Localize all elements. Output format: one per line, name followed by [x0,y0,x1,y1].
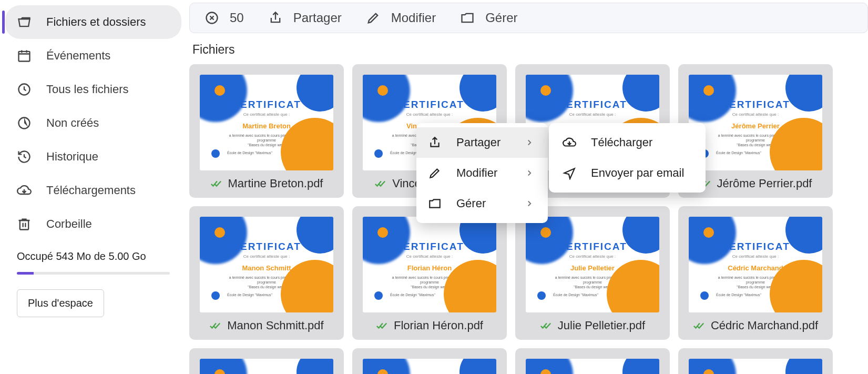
cert-desc: a terminé avec succès le cours pratique … [200,133,333,147]
cert-foot-left: École de Design "Maximus" [716,293,761,297]
cert-title: CERTIFICAT [363,99,496,110]
file-thumbnail: CERTIFICAT Ce certificat atteste que : a… [689,359,822,374]
chevron-right-icon [525,138,534,147]
file-card[interactable]: CERTIFICAT Ce certificat atteste que : a… [189,348,344,374]
ctx-label: Partager [456,136,510,149]
ctx-download[interactable]: Télécharger [549,127,706,158]
file-thumbnail: CERTIFICAT Ce certificat atteste que : F… [363,217,496,312]
sidebar-item-label: Tous les fichiers [46,83,129,96]
download-cloud-icon [563,136,576,149]
ctx-manage[interactable]: Gérer [416,188,548,219]
selection-clear[interactable]: 50 [205,11,244,25]
sidebar-item-history[interactable]: Historique [5,140,181,174]
cert-foot-left: École de Design "Maximus" [227,151,272,155]
file-card[interactable]: CERTIFICAT Ce certificat atteste que : J… [515,206,670,340]
cert-subtitle: Ce certificat atteste que : [200,254,333,259]
cert-foot-right: Chef de projet [283,151,306,155]
chevron-right-icon [525,199,534,208]
ctx-email[interactable]: Envoyer par email [549,158,706,188]
sidebar-item-label: Téléchargements [46,184,136,197]
file-thumbnail: CERTIFICAT Ce certificat atteste que : M… [200,217,333,312]
svg-rect-0 [19,52,30,62]
pencil-icon [428,166,442,180]
ctx-edit[interactable]: Modifier [416,158,548,188]
sidebar-item-files-folders[interactable]: Fichiers et dossiers [5,5,181,39]
file-thumbnail: CERTIFICAT Ce certificat atteste que : a… [363,359,496,374]
ctx-share[interactable]: Partager [416,127,548,158]
ctx-label: Envoyer par email [591,166,692,180]
toolbar-share[interactable]: Partager [268,11,342,25]
file-name: Jérôme Perrier.pdf [717,177,812,190]
cert-foot-left: École de Design "Maximus" [227,293,272,297]
file-thumbnail: CERTIFICAT Ce certificat atteste que : a… [526,359,659,374]
sidebar-item-all-files[interactable]: Tous les fichiers [5,73,181,106]
pencil-icon [366,11,381,25]
cert-desc: a terminé avec succès le cours pratique … [363,275,496,289]
sidebar-item-trash[interactable]: Corbeille [5,207,181,241]
file-thumbnail: CERTIFICAT Ce certificat atteste que : M… [200,75,333,170]
file-card[interactable]: CERTIFICAT Ce certificat atteste que : a… [678,348,833,374]
cert-desc: a terminé avec succès le cours pratique … [200,275,333,289]
cert-title: CERTIFICAT [200,99,333,110]
context-menu: Partager Modifier Gérer [416,123,548,223]
storage-text: Occupé 543 Mo de 5.00 Go [17,250,170,262]
file-card[interactable]: CERTIFICAT Ce certificat atteste que : M… [189,64,344,198]
sidebar-item-label: Événements [46,49,110,63]
cert-subtitle: Ce certificat atteste que : [363,112,496,117]
cert-title: CERTIFICAT [363,241,496,252]
cert-title: CERTIFICAT [526,241,659,252]
chevron-right-icon [525,168,534,178]
storage-section: Occupé 543 Mo de 5.00 Go Plus d'espace [5,241,181,317]
share-icon [428,136,442,149]
pie-icon [17,116,32,130]
file-name: Cédric Marchand.pdf [711,319,818,332]
toolbar: 50 Partager Modifier Gérer [189,3,868,33]
file-thumbnail: CERTIFICAT Ce certificat atteste que : C… [689,217,822,312]
double-check-icon [209,320,221,331]
cert-subtitle: Ce certificat atteste que : [200,112,333,117]
cert-subtitle: Ce certificat atteste que : [689,254,822,259]
file-card[interactable]: CERTIFICAT Ce certificat atteste que : F… [352,206,507,340]
sidebar: Fichiers et dossiers Événements Tous les… [0,0,187,374]
trash-icon [17,217,32,231]
cert-foot-left: École de Design "Maximus" [553,293,598,297]
file-card[interactable]: CERTIFICAT Ce certificat atteste que : a… [352,348,507,374]
storage-bar [17,272,170,275]
svg-rect-3 [20,220,28,230]
file-thumbnail: CERTIFICAT Ce certificat atteste que : J… [526,217,659,312]
cert-title: CERTIFICAT [200,241,333,252]
file-thumbnail: CERTIFICAT Ce certificat atteste que : J… [689,75,822,170]
toolbar-manage[interactable]: Gérer [460,11,517,25]
double-check-icon [693,320,704,331]
section-title: Fichiers [192,43,868,57]
ctx-label: Gérer [456,197,510,210]
file-card[interactable]: CERTIFICAT Ce certificat atteste que : M… [189,206,344,340]
cert-foot-right: Chef de projet [283,293,306,297]
download-cloud-icon [17,183,32,198]
sidebar-item-not-created[interactable]: Non créés [5,106,181,140]
sidebar-item-downloads[interactable]: Téléchargements [5,174,181,207]
clock-icon [17,82,32,97]
history-icon [17,149,32,164]
ctx-label: Modifier [456,166,510,180]
more-space-button[interactable]: Plus d'espace [17,289,104,317]
cert-title: CERTIFICAT [689,99,822,110]
cert-foot-right: Chef de projet [609,293,632,297]
file-card[interactable]: CERTIFICAT Ce certificat atteste que : a… [515,348,670,374]
sidebar-item-label: Non créés [46,116,99,130]
cert-foot-left: École de Design "Maximus" [716,151,761,155]
double-check-icon [210,178,222,189]
cert-foot-left: École de Design "Maximus" [390,293,435,297]
cert-subtitle: Ce certificat atteste que : [526,112,659,117]
cert-foot-right: Chef de projet [772,293,795,297]
calendar-icon [17,48,32,63]
file-card[interactable]: CERTIFICAT Ce certificat atteste que : C… [678,206,833,340]
sidebar-item-events[interactable]: Événements [5,39,181,73]
cert-person: Florian Héron [363,264,496,272]
file-name: Julie Pelletier.pdf [558,319,645,332]
close-circle-icon [205,11,219,25]
file-name: Manon Schmitt.pdf [227,319,323,332]
folder-icon [460,11,475,25]
toolbar-label: Partager [293,11,342,25]
toolbar-edit[interactable]: Modifier [366,11,436,25]
